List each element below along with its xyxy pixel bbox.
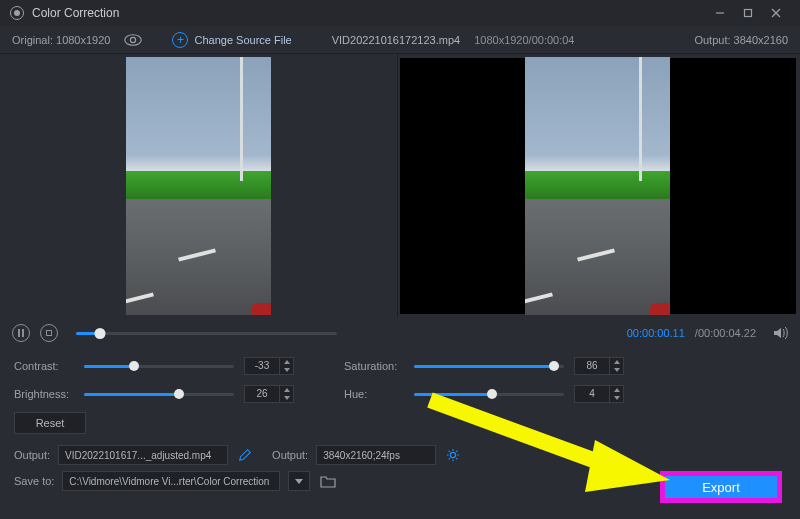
export-button[interactable]: Export xyxy=(661,472,781,502)
source-meta: 1080x1920/00:00:04 xyxy=(474,34,574,46)
output-resolution-label: Output: 3840x2160 xyxy=(694,34,788,46)
output-format-label: Output: xyxy=(272,449,308,461)
contrast-label: Contrast: xyxy=(14,360,74,372)
pause-button[interactable] xyxy=(12,324,30,342)
minimize-button[interactable] xyxy=(706,0,734,26)
contrast-slider[interactable] xyxy=(84,365,234,368)
volume-icon[interactable] xyxy=(772,325,788,341)
time-current: 00:00:00.11 xyxy=(627,327,685,339)
timeline-row: 00:00:00.11/00:00:04.22 xyxy=(0,318,800,348)
saturation-step-up[interactable] xyxy=(610,358,623,366)
change-source-button[interactable]: + Change Source File xyxy=(172,32,291,48)
close-button[interactable] xyxy=(762,0,790,26)
brightness-slider[interactable] xyxy=(84,393,234,396)
maximize-button[interactable] xyxy=(734,0,762,26)
preview-area xyxy=(0,54,800,318)
brightness-step-up[interactable] xyxy=(280,386,293,394)
saturation-control: Saturation: 86 xyxy=(344,357,644,375)
hue-slider[interactable] xyxy=(414,393,564,396)
time-total: /00:00:04.22 xyxy=(695,327,756,339)
saturation-step-down[interactable] xyxy=(610,366,623,374)
playback-slider[interactable] xyxy=(76,332,337,335)
svg-point-4 xyxy=(125,34,142,45)
reset-button[interactable]: Reset xyxy=(14,412,86,434)
brightness-label: Brightness: xyxy=(14,388,74,400)
original-preview-pane xyxy=(0,54,398,318)
original-video-frame xyxy=(126,57,271,315)
app-icon xyxy=(10,6,24,20)
plus-icon: + xyxy=(172,32,188,48)
edit-filename-icon[interactable] xyxy=(236,446,254,464)
output-video-frame xyxy=(525,57,670,315)
hue-value[interactable]: 4 xyxy=(574,385,610,403)
open-folder-icon[interactable] xyxy=(318,473,338,489)
contrast-step-up[interactable] xyxy=(280,358,293,366)
saturation-value[interactable]: 86 xyxy=(574,357,610,375)
output-filename-field[interactable]: VID2022101617..._adjusted.mp4 xyxy=(58,445,228,465)
brightness-step-down[interactable] xyxy=(280,394,293,402)
output-settings-icon[interactable] xyxy=(444,446,462,464)
brightness-value[interactable]: 26 xyxy=(244,385,280,403)
titlebar: Color Correction xyxy=(0,0,800,26)
color-controls: Contrast: -33 Saturation: 86 Brightness:… xyxy=(0,348,800,436)
save-path-field[interactable]: C:\Vidmore\Vidmore Vi...rter\Color Corre… xyxy=(62,471,280,491)
svg-rect-7 xyxy=(22,329,24,337)
svg-point-8 xyxy=(451,452,456,457)
hue-label: Hue: xyxy=(344,388,404,400)
window-title: Color Correction xyxy=(32,6,119,20)
contrast-step-down[interactable] xyxy=(280,366,293,374)
original-resolution-label: Original: 1080x1920 xyxy=(12,34,110,46)
saturation-slider[interactable] xyxy=(414,365,564,368)
brightness-control: Brightness: 26 xyxy=(14,385,314,403)
output-file-label: Output: xyxy=(14,449,50,461)
svg-point-5 xyxy=(131,37,136,42)
change-source-label: Change Source File xyxy=(194,34,291,46)
source-filename: VID20221016172123.mp4 xyxy=(332,34,460,46)
output-format-field[interactable]: 3840x2160;24fps xyxy=(316,445,436,465)
hue-step-up[interactable] xyxy=(610,386,623,394)
svg-rect-1 xyxy=(745,10,752,17)
output-preview-pane xyxy=(400,58,797,314)
contrast-value[interactable]: -33 xyxy=(244,357,280,375)
hue-control: Hue: 4 xyxy=(344,385,644,403)
eye-icon[interactable] xyxy=(124,34,142,46)
save-path-dropdown[interactable] xyxy=(288,471,310,491)
contrast-control: Contrast: -33 xyxy=(14,357,314,375)
hue-step-down[interactable] xyxy=(610,394,623,402)
stop-button[interactable] xyxy=(40,324,58,342)
saturation-label: Saturation: xyxy=(344,360,404,372)
svg-rect-6 xyxy=(18,329,20,337)
save-to-label: Save to: xyxy=(14,475,54,487)
info-bar: Original: 1080x1920 + Change Source File… xyxy=(0,26,800,54)
